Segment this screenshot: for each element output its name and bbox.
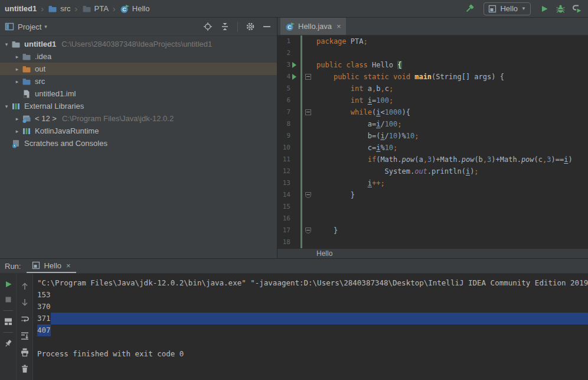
- code-line-5[interactable]: 5 int a,b,c;: [277, 83, 588, 95]
- run-tool-window: Run: Hello × "C:\Program Files\Java\jdk-…: [0, 258, 588, 380]
- fold-icon[interactable]: [303, 225, 313, 236]
- fold-space: [303, 118, 313, 130]
- build-hammer-icon[interactable]: [464, 4, 475, 14]
- tree-row-untitled1-iml[interactable]: untitled1.iml: [0, 87, 277, 100]
- fold-icon[interactable]: [303, 71, 313, 83]
- chevron-right-icon[interactable]: ▸: [13, 128, 21, 134]
- gear-icon[interactable]: [246, 22, 255, 31]
- run-line-icon[interactable]: [290, 71, 299, 83]
- line-number: 1: [277, 35, 290, 47]
- code-text: }: [313, 225, 338, 236]
- tree-row-src[interactable]: ▸src: [0, 75, 277, 87]
- code-text: [313, 201, 316, 213]
- chevron-right-icon[interactable]: ▸: [13, 79, 21, 85]
- tree-row-scratches-and-consoles[interactable]: Scratches and Consoles: [0, 137, 277, 150]
- code-line-7[interactable]: 7 while(i<1000){: [277, 106, 588, 118]
- code-line-4[interactable]: 4 public static void main(String[] args)…: [277, 71, 588, 83]
- code-line-15[interactable]: 15: [277, 201, 588, 213]
- locate-file-icon[interactable]: [203, 22, 213, 31]
- breadcrumb-src[interactable]: src: [48, 4, 70, 14]
- divider: [4, 310, 13, 311]
- code-line-16[interactable]: 16: [277, 213, 588, 225]
- code-editor[interactable]: 1package PTA;23public class Hello {4 pub…: [277, 35, 588, 248]
- code-line-17[interactable]: 17 }: [277, 225, 588, 236]
- up-stacktrace-icon[interactable]: [20, 281, 30, 291]
- fold-icon[interactable]: [303, 189, 313, 201]
- code-text: i++;: [313, 177, 385, 189]
- tree-row-kotlinjavaruntime[interactable]: ▸KotlinJavaRuntime: [0, 125, 277, 137]
- console-line: 153: [37, 289, 588, 301]
- class-icon: C: [120, 4, 129, 14]
- editor-breadcrumb-item[interactable]: Hello: [316, 249, 332, 258]
- fold-space: [303, 47, 313, 59]
- collapse-all-icon[interactable]: [220, 22, 230, 31]
- code-text: }: [313, 189, 355, 201]
- selection-highlight: [51, 313, 588, 324]
- hide-panel-icon[interactable]: [263, 22, 271, 31]
- print-icon[interactable]: [20, 347, 30, 357]
- code-text: if(Math.pow(a,3)+Math.pow(b,3)+Math.pow(…: [313, 154, 573, 165]
- run-tab-hello[interactable]: Hello ×: [27, 259, 76, 273]
- code-line-6[interactable]: 6 int i=100;: [277, 95, 588, 106]
- code-line-13[interactable]: 13 i++;: [277, 177, 588, 189]
- code-line-3[interactable]: 3public class Hello {: [277, 59, 588, 71]
- chevron-right-icon[interactable]: ▸: [13, 54, 21, 60]
- pin-tab-icon[interactable]: [4, 339, 13, 348]
- run-line-icon[interactable]: [290, 59, 299, 71]
- line-number: 9: [277, 130, 290, 142]
- breadcrumb-pta[interactable]: PTA: [82, 4, 109, 14]
- soft-wrap-icon[interactable]: [20, 314, 30, 324]
- run-toolbar-top: Hello ▼: [464, 2, 583, 15]
- rerun-button[interactable]: [4, 280, 13, 289]
- close-icon[interactable]: ×: [337, 22, 341, 31]
- code-text: [313, 47, 316, 59]
- restore-layout-icon[interactable]: [4, 317, 13, 326]
- line-number: 12: [277, 165, 290, 177]
- chevron-down-icon[interactable]: ▾: [2, 41, 11, 47]
- tree-row-out[interactable]: ▸out: [0, 63, 277, 75]
- run-button[interactable]: [540, 4, 549, 14]
- code-line-8[interactable]: 8 a=i/100;: [277, 118, 588, 130]
- fold-space: [303, 236, 313, 248]
- code-line-14[interactable]: 14 }: [277, 189, 588, 201]
- chevron-right-icon[interactable]: ▸: [13, 66, 21, 72]
- run-with-coverage-button[interactable]: [572, 4, 582, 14]
- line-number: 5: [277, 83, 290, 95]
- tree-row-external-libraries[interactable]: ▾External Libraries: [0, 100, 277, 112]
- tree-item-label: untitled1: [24, 40, 56, 48]
- close-icon[interactable]: ×: [66, 261, 71, 270]
- scroll-to-end-icon[interactable]: [20, 331, 30, 340]
- clear-console-icon[interactable]: [20, 364, 30, 373]
- code-line-10[interactable]: 10 c=i%10;: [277, 142, 588, 154]
- breadcrumb-separator: ›: [113, 4, 116, 13]
- breadcrumb-class[interactable]: C Hello: [120, 4, 150, 14]
- editor-tab-hello-java[interactable]: C Hello.java ×: [280, 18, 346, 35]
- code-line-12[interactable]: 12 System.out.println(i);: [277, 165, 588, 177]
- vcs-change-marker: [299, 130, 303, 142]
- stop-button[interactable]: [4, 295, 13, 304]
- breadcrumb-separator: ›: [41, 4, 44, 13]
- tree-row-12[interactable]: ▸< 12 >C:\Program Files\Java\jdk-12.0.2: [0, 112, 277, 125]
- code-line-18[interactable]: 18: [277, 236, 588, 248]
- gutter-space: [290, 189, 299, 201]
- code-line-9[interactable]: 9 b=(i/10)%10;: [277, 130, 588, 142]
- code-line-1[interactable]: 1package PTA;: [277, 35, 588, 47]
- code-line-2[interactable]: 2: [277, 47, 588, 59]
- breadcrumb-project[interactable]: untitled1: [5, 4, 37, 13]
- project-panel-title[interactable]: Project: [18, 22, 41, 31]
- chevron-down-icon[interactable]: ▾: [41, 24, 50, 30]
- code-line-11[interactable]: 11 if(Math.pow(a,3)+Math.pow(b,3)+Math.p…: [277, 154, 588, 165]
- editor-tab-label: Hello.java: [298, 22, 332, 31]
- fold-icon[interactable]: [303, 106, 313, 118]
- debug-button[interactable]: [556, 4, 566, 14]
- chevron-down-icon[interactable]: ▾: [2, 103, 11, 109]
- divider: [237, 22, 238, 32]
- chevron-right-icon[interactable]: ▸: [13, 116, 21, 122]
- line-number: 6: [277, 95, 290, 106]
- down-stacktrace-icon[interactable]: [20, 298, 30, 307]
- tree-row-idea[interactable]: ▸.idea: [0, 50, 277, 63]
- tree-row-untitled1[interactable]: ▾untitled1C:\Users\2840387348\IdeaProjec…: [0, 38, 277, 50]
- iml-file-icon: [21, 89, 32, 99]
- console-output[interactable]: "C:\Program Files\Java\jdk-12.0.2\bin\ja…: [32, 274, 588, 380]
- run-configuration-select[interactable]: Hello ▼: [484, 2, 531, 15]
